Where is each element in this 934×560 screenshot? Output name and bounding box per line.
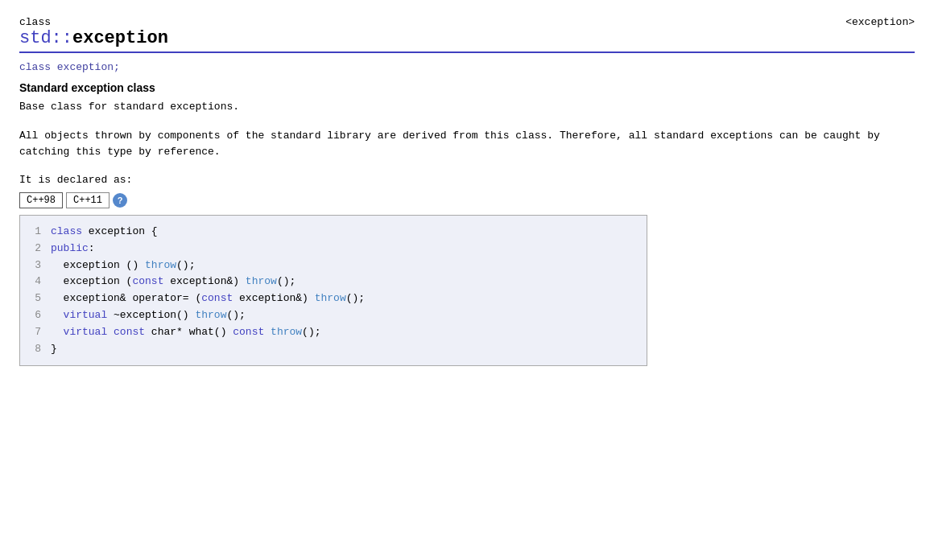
class-full-name: std::exception	[19, 28, 168, 48]
line-number: 2	[31, 241, 41, 257]
help-icon[interactable]: ?	[113, 193, 127, 208]
code-content: exception () throw();	[51, 257, 195, 274]
tabs-row: C++98 C++11 ?	[19, 192, 915, 208]
namespace: std::	[19, 28, 72, 48]
line-number: 7	[31, 324, 41, 341]
code-line: 7 virtual const char* what() const throw…	[31, 324, 635, 341]
tab-cpp11[interactable]: C++11	[66, 192, 110, 208]
line-number: 3	[31, 257, 41, 274]
divider	[19, 51, 915, 53]
code-line: 6 virtual ~exception() throw();	[31, 307, 635, 324]
code-line: 1 class exception {	[31, 224, 635, 241]
page-container: class std::exception <exception> class e…	[19, 16, 915, 366]
code-content: public:	[51, 241, 95, 257]
code-line: 4 exception (const exception&) throw();	[31, 274, 635, 290]
code-content: }	[51, 341, 57, 358]
class-label: class	[19, 16, 168, 28]
code-line: 5 exception& operator= (const exception&…	[31, 290, 635, 307]
declared-as-label: It is declared as:	[19, 174, 915, 186]
header-section: class std::exception <exception>	[19, 16, 915, 48]
code-line: 3 exception () throw();	[31, 257, 635, 274]
code-content: virtual const char* what() const throw()…	[51, 324, 321, 341]
code-line: 2 public:	[31, 241, 635, 257]
code-content: virtual ~exception() throw();	[51, 307, 246, 324]
base-description: Base class for standard exceptions.	[19, 99, 915, 115]
main-paragraph: All objects thrown by components of the …	[19, 128, 915, 162]
line-number: 4	[31, 274, 41, 290]
header-file: <exception>	[845, 16, 915, 28]
class-heading: class std::exception	[19, 16, 168, 48]
line-number: 6	[31, 307, 41, 324]
code-content: exception (const exception&) throw();	[51, 274, 295, 290]
line-number: 1	[31, 224, 41, 241]
line-number: 8	[31, 341, 41, 358]
class-name-bold: exception	[72, 28, 168, 48]
tab-cpp98[interactable]: C++98	[19, 192, 63, 208]
code-content: class exception {	[51, 224, 158, 241]
code-content: exception& operator= (const exception&) …	[51, 290, 365, 307]
declaration-line: class exception;	[19, 61, 915, 73]
code-line: 8 }	[31, 341, 635, 358]
section-title: Standard exception class	[19, 81, 915, 94]
line-number: 5	[31, 290, 41, 307]
code-block: 1 class exception { 2 public: 3 exceptio…	[19, 215, 647, 366]
